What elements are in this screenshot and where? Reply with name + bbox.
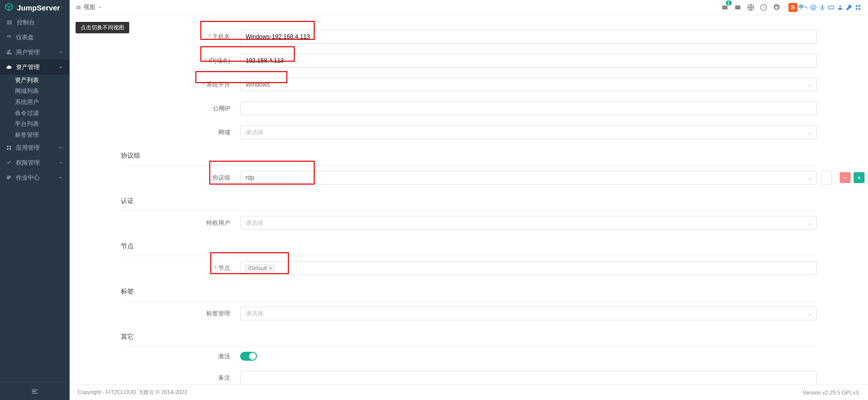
view-switch-dropdown[interactable]: 视图 <box>76 3 102 11</box>
ime-toolbar: S 中 •, <box>788 3 862 12</box>
chevron-down-icon <box>58 160 64 166</box>
sidebar-child-cmd-filter[interactable]: 命令过滤 <box>0 107 70 118</box>
apps-icon <box>6 145 12 151</box>
sidebar-child-system-user[interactable]: 系统用户 <box>0 97 70 107</box>
sidebar-child-platform-list[interactable]: 平台列表 <box>0 118 70 129</box>
svg-point-0 <box>7 51 9 52</box>
sidebar-nav: 仪表盘 用户管理 资产管理 资产列表 网域列表 系统用户 命令过滤 平台列表 标… <box>0 30 70 382</box>
users-icon <box>6 49 12 55</box>
chevron-down-icon <box>58 49 64 55</box>
sidebar-child-domain-list[interactable]: 网域列表 <box>0 86 70 97</box>
ime-mic-icon[interactable] <box>818 3 826 11</box>
ip-input[interactable] <box>240 54 817 68</box>
view-switch-tooltip: 点击切换不同视图 <box>76 22 129 33</box>
hostname-input[interactable] <box>240 30 817 44</box>
sidebar-item-apps[interactable]: 应用管理 <box>0 140 70 155</box>
ime-s-button[interactable]: S <box>788 3 797 12</box>
footer-version: Version v2.25.5 GPLv3. <box>802 390 860 396</box>
highlight-icon-button[interactable] <box>733 2 743 12</box>
protocol-add-button[interactable]: + <box>854 172 865 183</box>
sidebar-child-asset-list[interactable]: 资产列表 <box>0 75 70 86</box>
svg-text:?: ? <box>762 5 765 9</box>
row-public-ip: 公网IP <box>121 97 817 120</box>
active-toggle[interactable] <box>240 352 257 361</box>
globe-icon-button[interactable] <box>746 2 756 12</box>
domain-select[interactable]: 请选择 ⌄ <box>240 125 817 139</box>
mail-icon-button[interactable]: 1 <box>720 2 730 12</box>
gear-icon <box>773 3 781 11</box>
logo[interactable]: JumpServer <box>0 0 70 15</box>
svg-point-10 <box>839 5 841 6</box>
svg-point-7 <box>814 6 814 7</box>
notification-badge: 1 <box>726 0 732 5</box>
node-tags-input[interactable]: /Default × <box>240 261 817 275</box>
platform-select[interactable]: Windows ⌄ <box>240 78 817 92</box>
highlight-icon <box>734 3 742 11</box>
content-scroll[interactable]: *主机名 *IP(域名) *系统平台 Windows ⌄ <box>70 15 868 384</box>
chevron-down-icon <box>97 5 102 10</box>
brand-text: JumpServer <box>17 3 60 12</box>
sidebar-collapse-button[interactable] <box>0 382 70 400</box>
help-icon-button[interactable]: ? <box>759 2 769 12</box>
section-node: 节点 <box>121 235 817 256</box>
remark-textarea[interactable] <box>240 371 817 384</box>
row-active: 激活 <box>121 347 817 366</box>
priv-user-select[interactable]: 请选择 ⌄ <box>240 216 817 230</box>
collapse-icon <box>31 388 39 396</box>
settings-icon-button[interactable] <box>772 2 781 12</box>
sidebar-item-users[interactable]: 用户管理 <box>0 45 70 60</box>
cloud-icon <box>6 64 12 70</box>
globe-icon <box>747 3 755 11</box>
chevron-down-icon: ⌄ <box>807 310 812 317</box>
protocol-remove-button[interactable]: − <box>840 172 851 183</box>
chevron-down-icon: ⌄ <box>807 174 812 181</box>
ime-user-icon[interactable] <box>836 3 844 11</box>
chevron-down-icon: ⌄ <box>807 81 812 88</box>
bars-icon <box>6 19 13 26</box>
row-tags: 标签管理 请选择 ⌄ <box>121 301 817 325</box>
row-protocol: 协议组 rdp ⌄ − + <box>121 166 817 190</box>
ime-cn-button[interactable]: 中 <box>798 3 804 11</box>
sidebar-item-jobs[interactable]: 作业中心 <box>0 170 70 185</box>
chevron-down-icon: ⌄ <box>807 219 812 226</box>
footer-copyright: Copyright - FIT2CLOUD 飞致云 © 2014-2022 <box>78 389 187 396</box>
node-tag: /Default × <box>245 264 275 272</box>
protocol-port-input[interactable] <box>821 171 832 185</box>
section-other: 其它 <box>121 325 817 347</box>
row-ip: *IP(域名) <box>121 49 817 73</box>
ime-dot: •, <box>805 4 808 10</box>
sidebar-item-dashboard[interactable]: 仪表盘 <box>0 30 70 45</box>
chevron-down-icon <box>58 175 64 181</box>
svg-rect-8 <box>822 5 823 8</box>
section-protocol: 协议组 <box>121 144 817 166</box>
svg-point-6 <box>812 6 813 7</box>
svg-point-5 <box>811 4 816 10</box>
ime-grid-icon[interactable] <box>854 3 862 11</box>
help-icon: ? <box>760 3 768 11</box>
section-tag: 标签 <box>121 280 817 301</box>
row-domain: 网域 请选择 ⌄ <box>121 120 817 144</box>
sidebar-item-assets[interactable]: 资产管理 <box>0 60 70 75</box>
ime-keyboard-icon[interactable] <box>827 3 835 11</box>
row-remark: 备注 <box>121 366 817 384</box>
bars-icon <box>76 4 82 10</box>
chevron-up-icon <box>58 64 64 70</box>
ime-tool-icon[interactable] <box>845 3 853 11</box>
svg-rect-1 <box>735 5 740 9</box>
sidebar-console[interactable]: 控制台 <box>0 15 70 30</box>
protocol-select[interactable]: rdp ⌄ <box>240 171 817 185</box>
sidebar-item-perms[interactable]: 权限管理 <box>0 155 70 170</box>
svg-rect-9 <box>829 6 834 9</box>
footer: Copyright - FIT2CLOUD 飞致云 © 2014-2022 Ve… <box>70 384 868 400</box>
sidebar-child-tag-mgmt[interactable]: 标签管理 <box>0 129 70 140</box>
logo-icon <box>4 2 14 13</box>
gauge-icon <box>6 34 12 40</box>
tags-select[interactable]: 请选择 ⌄ <box>240 306 817 320</box>
public-ip-input[interactable] <box>240 101 817 115</box>
ime-face-icon[interactable] <box>809 3 817 11</box>
remove-tag-button[interactable]: × <box>269 265 272 271</box>
sidebar: JumpServer 控制台 仪表盘 用户管理 资产管理 资产列表 网域列表 <box>0 0 70 400</box>
top-bar: 视图 1 ? <box>70 0 868 15</box>
chevron-down-icon <box>58 145 64 151</box>
row-priv-user: 特权用户 请选择 ⌄ <box>121 211 817 235</box>
